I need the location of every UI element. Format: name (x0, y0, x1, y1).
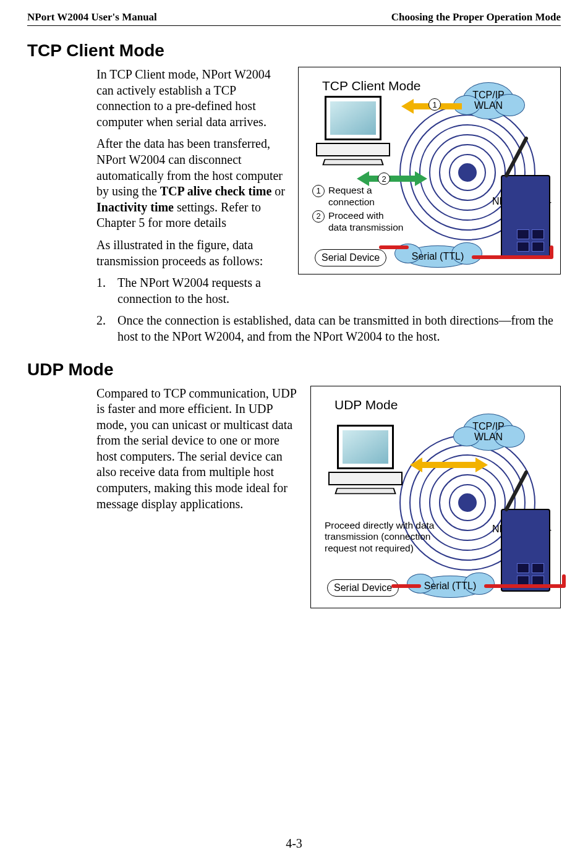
figure-tcp-client: TCP Client Mode TCP/IPWLAN 1 2 1Request … (298, 67, 561, 274)
tcp-p1: In TCP Client mode, NPort W2004 can acti… (96, 67, 288, 130)
tcp-step-1: 1. The NPort W2004 requests a connection… (96, 275, 288, 307)
udp-p1: Compared to TCP communication, UDP is fa… (96, 386, 300, 513)
cable-icon (472, 255, 552, 259)
tcpip-wlan-cloud-icon: TCP/IPWLAN (462, 414, 514, 451)
marker-1-icon: 1 (428, 98, 441, 111)
arrow-bidirectional-icon (410, 461, 488, 469)
nport-device-icon (501, 175, 550, 258)
section-tcp-client-title: TCP Client Mode (27, 41, 561, 61)
cable-icon (550, 245, 553, 259)
host-pc-icon (328, 425, 403, 493)
serial-ttl-cloud-icon: Serial (TTL) (416, 576, 484, 598)
nport-device-icon (501, 509, 550, 592)
cable-icon (484, 584, 565, 588)
header-right: Choosing the Proper Operation Mode (391, 11, 561, 23)
tcp-p3: As illustrated in the figure, data trans… (96, 237, 288, 269)
figure-udp: UDP Mode TCP/IPWLAN Proceed directly wit… (310, 386, 561, 608)
fig2-title: UDP Mode (334, 398, 398, 412)
serial-device-label: Serial Device (315, 249, 386, 266)
cable-icon (391, 584, 421, 588)
header-left: NPort W2004 User's Manual (27, 11, 157, 23)
marker-2-icon: 2 (378, 172, 390, 185)
fig1-legend: 1Request aconnection 2Proceed withdata t… (312, 185, 411, 236)
fig1-title: TCP Client Mode (322, 79, 421, 93)
section-udp-title: UDP Mode (27, 360, 561, 380)
page-number: 4-3 (0, 836, 588, 851)
serial-ttl-cloud-icon: Serial (TTL) (404, 245, 472, 268)
tcp-step-2: 2. Once the connection is established, d… (96, 313, 561, 344)
cable-icon (379, 245, 409, 249)
tcp-p2: After the data has been transferred, NPo… (96, 136, 288, 231)
tcpip-wlan-cloud-icon: TCP/IPWLAN (462, 82, 514, 119)
fig2-note: Proceed directly with data transmission … (325, 520, 464, 555)
host-pc-icon (316, 96, 390, 164)
serial-device-label: Serial Device (327, 579, 399, 597)
cable-icon (562, 574, 566, 588)
page-header: NPort W2004 User's Manual Choosing the P… (27, 11, 561, 26)
arrow-bidirectional-icon (357, 174, 427, 183)
